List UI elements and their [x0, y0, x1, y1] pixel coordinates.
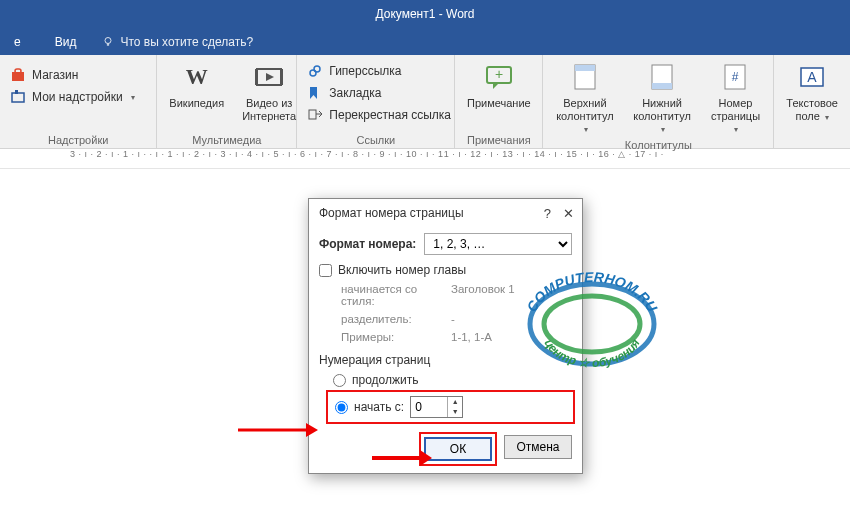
svg-rect-3 [15, 69, 21, 73]
video-icon [253, 61, 285, 93]
page-number-format-dialog: Формат номера страницы ? ✕ Формат номера… [308, 198, 583, 474]
crossref-label: Перекрестная ссылка [329, 108, 451, 122]
spin-down-icon[interactable]: ▼ [448, 407, 462, 417]
tab-partial[interactable]: е [6, 28, 29, 55]
svg-text:A: A [808, 69, 818, 85]
svg-marker-26 [306, 423, 318, 437]
annotation-arrow-1 [238, 420, 318, 440]
svg-marker-12 [310, 87, 317, 99]
svg-rect-8 [280, 69, 283, 85]
separator-label: разделитель: [341, 313, 451, 325]
svg-text:+: + [495, 66, 503, 82]
svg-rect-7 [255, 69, 258, 85]
textbox-label: Текстовоеполе ▾ [786, 97, 838, 122]
dialog-title: Формат номера страницы [319, 206, 464, 220]
group-comments: + Примечание Примечания [455, 55, 543, 148]
group-links-label: Ссылки [305, 132, 446, 146]
svg-rect-13 [309, 110, 316, 119]
number-format-select[interactable]: 1, 2, 3, … [424, 233, 572, 255]
group-addins: Магазин Мои надстройки▾ Надстройки [0, 55, 157, 148]
spin-up-icon[interactable]: ▲ [448, 397, 462, 407]
online-video-label: Видео изИнтернета [242, 97, 296, 122]
online-video-button[interactable]: Видео изИнтернета [238, 59, 300, 124]
ok-button[interactable]: ОК [424, 437, 492, 461]
start-at-radio[interactable] [335, 401, 348, 414]
svg-text:#: # [732, 70, 739, 84]
svg-point-0 [105, 37, 111, 43]
page-number-icon: # [719, 61, 751, 93]
dialog-titlebar: Формат номера страницы ? ✕ [309, 199, 582, 227]
store-icon [10, 67, 26, 83]
window-title: Документ1 - Word [375, 7, 474, 21]
textbox-icon: A [796, 61, 828, 93]
hyperlink-label: Гиперссылка [329, 64, 401, 78]
my-addins-label: Мои надстройки [32, 90, 123, 104]
wikipedia-label: Википедия [169, 97, 224, 110]
hyperlink-button[interactable]: Гиперссылка [305, 61, 453, 81]
footer-label: Нижнийколонтитул ▾ [632, 97, 691, 135]
chevron-down-icon: ▾ [131, 93, 135, 102]
cancel-button[interactable]: Отмена [504, 435, 572, 459]
page-numbering-heading: Нумерация страниц [319, 353, 572, 367]
group-comments-label: Примечания [463, 132, 534, 146]
chapter-style-label: начинается со стиля: [341, 283, 451, 307]
group-addins-label: Надстройки [8, 132, 148, 146]
group-headerfooter: Верхнийколонтитул ▾ Нижнийколонтитул ▾ #… [543, 55, 774, 148]
continue-radio[interactable] [333, 374, 346, 387]
ribbon-tabstrip: е Вид Что вы хотите сделать? [0, 28, 850, 55]
header-icon [569, 61, 601, 93]
svg-marker-9 [266, 73, 274, 81]
svg-point-11 [314, 66, 320, 72]
chapter-style-value: Заголовок 1 [451, 283, 572, 307]
group-links: Гиперссылка Закладка Перекрестная ссылка… [297, 55, 455, 148]
crossref-button[interactable]: Перекрестная ссылка [305, 105, 453, 125]
close-button[interactable]: ✕ [563, 206, 574, 221]
start-at-spinner[interactable]: ▲▼ [410, 396, 463, 418]
number-format-label: Формат номера: [319, 237, 416, 251]
store-button[interactable]: Магазин [8, 65, 137, 85]
comment-label: Примечание [467, 97, 531, 110]
examples-value: 1-1, 1-A [451, 331, 572, 343]
footer-button[interactable]: Нижнийколонтитул ▾ [628, 59, 695, 137]
wikipedia-button[interactable]: W Википедия [165, 59, 228, 112]
page-number-button[interactable]: # Номерстраницы ▾ [706, 59, 766, 137]
textbox-button[interactable]: A Текстовоеполе ▾ [782, 59, 842, 124]
comment-button[interactable]: + Примечание [463, 59, 535, 112]
hyperlink-icon [307, 63, 323, 79]
start-at-input[interactable] [411, 397, 447, 417]
page-number-label: Номерстраницы ▾ [710, 97, 762, 135]
header-button[interactable]: Верхнийколонтитул ▾ [551, 59, 618, 137]
svg-marker-28 [420, 450, 432, 466]
bookmark-icon [307, 85, 323, 101]
svg-rect-18 [575, 65, 595, 71]
group-media-label: Мультимедиа [165, 132, 288, 146]
store-label: Магазин [32, 68, 78, 82]
include-chapter-label: Включить номер главы [338, 263, 466, 277]
ribbon: Магазин Мои надстройки▾ Надстройки W Вик… [0, 55, 850, 149]
annotation-arrow-2 [372, 448, 432, 468]
separator-value: - [451, 313, 572, 325]
help-button[interactable]: ? [544, 206, 551, 221]
svg-rect-20 [652, 83, 672, 89]
continue-label: продолжить [352, 373, 418, 387]
addins-icon [10, 89, 26, 105]
crossref-icon [307, 107, 323, 123]
tell-me-search[interactable]: Что вы хотите сделать? [102, 35, 253, 49]
tell-me-label: Что вы хотите сделать? [120, 35, 253, 49]
my-addins-button[interactable]: Мои надстройки▾ [8, 87, 137, 107]
svg-rect-5 [15, 90, 18, 94]
tab-view[interactable]: Вид [47, 28, 85, 55]
group-text: A Текстовоеполе ▾ [774, 55, 850, 148]
group-text-label [782, 132, 842, 146]
include-chapter-checkbox[interactable] [319, 264, 332, 277]
window-titlebar: Документ1 - Word [0, 0, 850, 28]
comment-icon: + [483, 61, 515, 93]
footer-icon [646, 61, 678, 93]
horizontal-ruler[interactable]: 3 · ı · 2 · ı · 1 · ı · · ı · 1 · ı · 2 … [0, 149, 850, 169]
bookmark-button[interactable]: Закладка [305, 83, 453, 103]
start-at-label: начать с: [354, 400, 404, 414]
svg-rect-4 [12, 93, 24, 102]
header-label: Верхнийколонтитул ▾ [555, 97, 614, 135]
lightbulb-icon [102, 36, 114, 48]
svg-rect-1 [107, 43, 109, 45]
